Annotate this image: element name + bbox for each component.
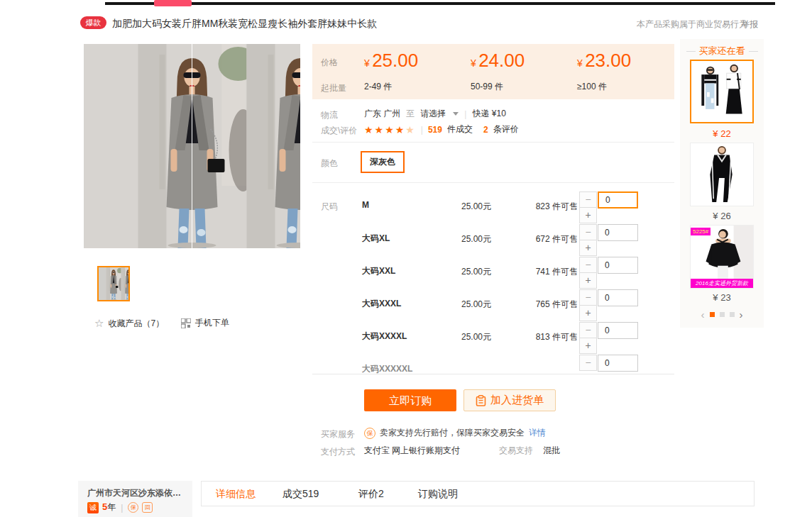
chevron-down-icon[interactable] xyxy=(453,112,459,116)
yen-sign: ¥ xyxy=(471,57,476,69)
destination-select[interactable]: 请选择 xyxy=(420,108,446,120)
service-text: 卖家支持先行赔付，保障买家交易安全 xyxy=(380,427,525,439)
tab-reviews[interactable]: 评价2 xyxy=(358,482,384,506)
color-option-selected[interactable]: 深灰色 xyxy=(361,151,405,173)
quantity-input[interactable] xyxy=(598,289,638,306)
plus-button[interactable]: + xyxy=(579,240,597,256)
sku-row: 大码XL 25.00元 672 件可售 − + xyxy=(361,224,673,257)
minus-button[interactable]: − xyxy=(579,224,597,240)
tier-price: 25.00 xyxy=(372,50,418,71)
tier-price: 23.00 xyxy=(585,50,631,71)
tier-qty-1: 2-49 件 xyxy=(364,81,392,93)
tab-order-notes[interactable]: 订购说明 xyxy=(418,482,458,506)
plus-button[interactable]: + xyxy=(579,207,597,223)
seller-years-suffix: 年 xyxy=(107,502,116,512)
seller-name[interactable]: 广州市天河区沙东添依服... xyxy=(87,487,185,499)
payment-method-alipay[interactable]: 支付宝 xyxy=(364,445,390,457)
page-dot-2[interactable] xyxy=(720,312,725,317)
quantity-input[interactable] xyxy=(598,191,638,209)
detail-tabs: 详细信息 成交519 评价2 订购说明 xyxy=(201,481,755,506)
tab-detail-info[interactable]: 详细信息 xyxy=(216,482,256,506)
sku-stock: 823 件可售 xyxy=(521,201,578,213)
price-panel: 价格 起批量 ¥ 25.00 ¥ 24.00 ¥ 23.00 2-49 件 50… xyxy=(312,44,674,99)
related-product-3[interactable]: 5225# 2016走实通外贸新款 xyxy=(690,225,754,289)
sku-price: 25.00元 xyxy=(461,299,491,311)
price-tier-1: ¥ 25.00 xyxy=(364,50,418,72)
service-detail-link[interactable]: 详情 xyxy=(529,427,546,439)
mobile-order-label[interactable]: 手机下单 xyxy=(195,317,229,329)
star-icon: ★ xyxy=(385,124,395,135)
top-progress-thumb[interactable] xyxy=(154,0,192,6)
sku-price: 25.00元 xyxy=(461,233,491,245)
prev-arrow-icon[interactable]: ‹ xyxy=(701,309,705,320)
related-products-sidebar: 买家还在看 ¥ 22 ¥ 26 xyxy=(680,39,764,328)
trade-note: 本产品采购属于商业贸易行为 xyxy=(637,18,747,30)
quantity-input[interactable] xyxy=(598,322,638,339)
moq-label: 起批量 xyxy=(321,82,346,94)
star-icon: ★ xyxy=(375,124,385,135)
tab-transactions[interactable]: 成交519 xyxy=(282,482,319,506)
sku-stock: 813 件可售 xyxy=(521,331,578,343)
star-icon: ★ xyxy=(395,124,406,135)
clipboard-icon xyxy=(476,395,486,406)
plus-button[interactable]: + xyxy=(579,338,597,354)
plus-button[interactable]: + xyxy=(579,305,597,321)
order-now-button[interactable]: 立即订购 xyxy=(364,389,456,411)
favorite-product[interactable]: ☆ 收藏产品（7） xyxy=(94,317,164,330)
service-label: 买家服务 xyxy=(321,428,355,440)
related-product-1[interactable] xyxy=(690,60,754,123)
payment-method-credit[interactable]: 账期支付 xyxy=(426,445,460,457)
seller-cert-icon: 回 xyxy=(142,502,153,513)
favorite-star-icon[interactable]: ☆ xyxy=(94,317,104,330)
chengxintong-icon: 诚 xyxy=(87,502,99,513)
related-product-price: ¥ 22 xyxy=(690,128,754,139)
quantity-stepper: − xyxy=(579,355,639,374)
sku-row-partial: 大码XXXXXL − xyxy=(361,355,673,374)
sku-row: M 25.00元 823 件可售 − + xyxy=(361,191,673,224)
related-product-image xyxy=(691,143,753,206)
sold-suffix: 件成交 xyxy=(447,123,473,135)
minus-button[interactable]: − xyxy=(579,257,597,273)
thumbnail-photo xyxy=(99,267,128,300)
payment-method-ebank[interactable]: 网上银行 xyxy=(392,445,426,457)
divider xyxy=(686,51,696,52)
minus-button[interactable]: − xyxy=(579,191,597,208)
minus-button[interactable]: − xyxy=(579,322,597,338)
star-icon: ★ xyxy=(405,124,416,135)
product-main-image[interactable] xyxy=(84,44,300,248)
sku-row: 大码XXXXL 25.00元 813 件可售 − + xyxy=(361,322,673,355)
yen-sign: ¥ xyxy=(577,57,583,69)
report-link[interactable]: 举报 xyxy=(741,18,758,30)
page-dot-1[interactable] xyxy=(710,312,715,317)
quantity-input[interactable] xyxy=(598,224,638,241)
plus-button[interactable]: + xyxy=(579,272,597,289)
quantity-input[interactable] xyxy=(598,257,638,274)
add-to-cart-label: 加入进货单 xyxy=(490,394,544,407)
minus-button[interactable]: − xyxy=(579,289,597,306)
next-arrow-icon[interactable]: › xyxy=(740,309,743,320)
page-dot-3[interactable] xyxy=(730,312,735,317)
star-icon: ★ xyxy=(364,124,375,135)
product-thumbnail[interactable] xyxy=(97,266,130,301)
related-product-2[interactable] xyxy=(690,143,754,206)
price-tier-3: ¥ 23.00 xyxy=(577,50,631,72)
deals-row: ★★★★★ | 519 件成交 2 条评价 xyxy=(364,123,519,135)
quantity-stepper: − + xyxy=(579,289,639,322)
quantity-input[interactable] xyxy=(598,355,638,372)
qr-code-icon xyxy=(181,318,191,328)
guarantee-icon: 保 xyxy=(128,502,138,513)
add-to-cart-button[interactable]: 加入进货单 xyxy=(463,389,556,411)
minus-button[interactable]: − xyxy=(579,355,597,371)
favorite-label[interactable]: 收藏产品（7） xyxy=(108,318,164,330)
divider-line xyxy=(312,142,674,143)
related-product-price: ¥ 23 xyxy=(690,292,754,303)
product-number-tag: 5225# xyxy=(691,228,710,235)
seller-card: 广州市天河区沙东添依服... 诚 5年 | 保 回 xyxy=(78,481,192,517)
sku-stock: 672 件可售 xyxy=(521,233,578,245)
sold-count[interactable]: 519 xyxy=(428,125,442,135)
sku-name: 大码XXXXL xyxy=(362,330,407,343)
mobile-order[interactable]: 手机下单 xyxy=(181,317,229,329)
top-progress-track xyxy=(105,2,775,5)
tier-price: 24.00 xyxy=(478,50,525,71)
review-count[interactable]: 2 xyxy=(483,125,488,135)
